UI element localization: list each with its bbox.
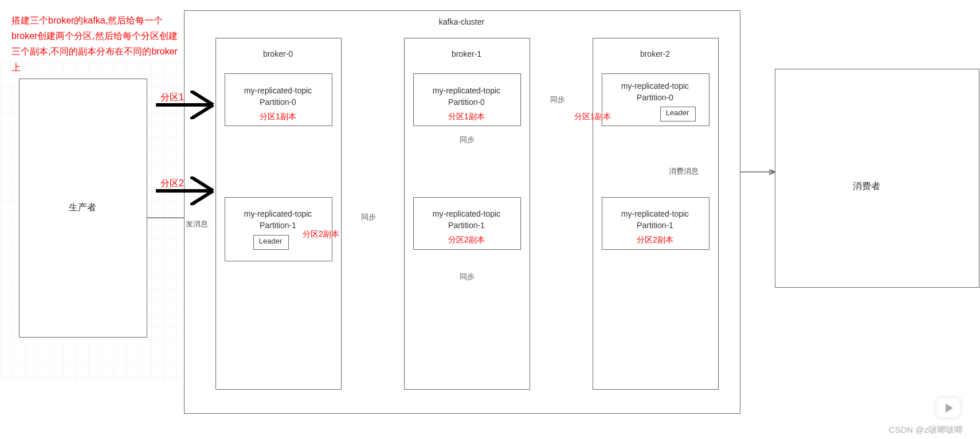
edge-label-send: 发消息 [185, 219, 209, 229]
svg-line-3 [190, 191, 213, 205]
broker1-partition0-replica: 分区1副本 [413, 112, 520, 122]
watermark: CSDN @z啵唧啵唧 [889, 425, 963, 436]
broker0-partition1-part: Partition-1 [225, 221, 331, 230]
broker1-partition1-topic: my-replicated-topic [413, 209, 520, 218]
arrow-zone1 [156, 93, 225, 116]
broker0-partition0-replica: 分区1副本 [225, 112, 331, 122]
description-text: 搭建三个broker的kafka,然后给每一个broker创建两个分区,然后给每… [11, 13, 183, 75]
play-widget[interactable] [936, 398, 961, 417]
play-icon [946, 403, 953, 413]
broker1-partition1-part: Partition-1 [413, 221, 520, 230]
broker2-partition1-replica: 分区2副本 [602, 235, 708, 245]
consumer-label: 消费者 [775, 181, 958, 193]
cluster-title: kafka-cluster [184, 17, 739, 26]
broker2-partition0-replica: 分区1副本 [574, 112, 611, 122]
svg-line-0 [190, 91, 213, 105]
broker-2-label: broker-2 [593, 49, 718, 58]
broker1-partition0-topic: my-replicated-topic [413, 86, 520, 95]
broker0-partition1-topic: my-replicated-topic [225, 209, 331, 218]
edge-label-sync1: 同步 [360, 212, 377, 222]
broker0-partition0-topic: my-replicated-topic [225, 86, 331, 95]
broker2-partition0-leader: Leader [660, 108, 695, 117]
svg-line-2 [190, 177, 213, 191]
edge-label-sync4: 同步 [458, 135, 476, 145]
broker2-partition1-topic: my-replicated-topic [602, 209, 708, 218]
consumer-box [775, 69, 979, 288]
edge-label-sync2: 同步 [458, 272, 476, 282]
broker0-partition1-leader: Leader [253, 237, 288, 245]
arrow-zone2 [156, 179, 225, 202]
broker-1-label: broker-1 [404, 49, 529, 58]
edge-label-consume: 消费消息 [668, 166, 700, 177]
svg-line-1 [190, 105, 213, 119]
broker2-partition0-part: Partition-0 [602, 93, 708, 102]
edge-label-sync3: 同步 [549, 95, 566, 105]
broker0-partition1-replica: 分区2副本 [303, 229, 339, 240]
diagram-canvas: 搭建三个broker的kafka,然后给每一个broker创建两个分区,然后给每… [0, 0, 980, 439]
broker0-partition0-part: Partition-0 [225, 97, 331, 107]
broker2-partition0-topic: my-replicated-topic [602, 81, 708, 91]
broker2-partition1-part: Partition-1 [602, 221, 708, 230]
broker-0-label: broker-0 [215, 49, 340, 58]
broker1-partition1-replica: 分区2副本 [413, 235, 520, 245]
producer-label: 生产者 [19, 202, 146, 214]
broker1-partition0-part: Partition-0 [413, 97, 520, 107]
